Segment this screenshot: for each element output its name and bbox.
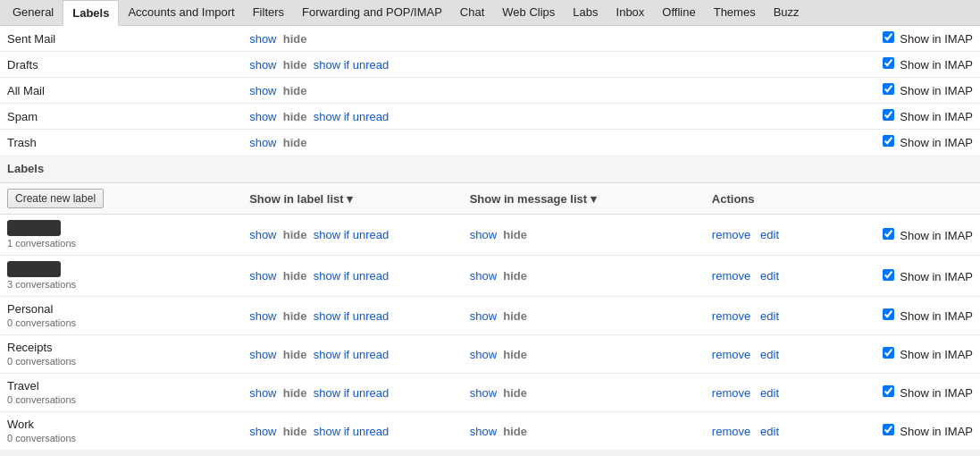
show-if-unread-link[interactable]: show if unread: [314, 110, 389, 123]
custom-label-name-cell: Personal 0 conversations: [0, 297, 242, 335]
custom-label-name-cell: 3 conversations: [0, 256, 242, 297]
system-label-remove-edit: [705, 26, 837, 52]
custom-label-remove-edit: remove edit: [705, 374, 837, 412]
system-label-name: All Mail: [0, 78, 242, 104]
hide-text: hide: [283, 425, 307, 438]
imap-label: Show in IMAP: [900, 32, 973, 46]
hide-text: hide: [283, 348, 307, 361]
hide-text: hide: [283, 110, 307, 123]
msg-show-link[interactable]: show: [470, 309, 497, 323]
nav-tab-buzz[interactable]: Buzz: [765, 0, 808, 25]
imap-checkbox[interactable]: [883, 347, 894, 359]
system-label-msg-col: [463, 130, 705, 156]
imap-label: Show in IMAP: [900, 425, 973, 438]
show-link[interactable]: show: [249, 110, 276, 123]
system-label-row: Sent Mail show hide Show in IMAP: [0, 26, 980, 52]
msg-show-link[interactable]: show: [470, 386, 497, 400]
remove-link[interactable]: remove: [712, 309, 750, 323]
system-label-row: Spam show hide show if unread Show in IM…: [0, 104, 980, 130]
edit-link[interactable]: edit: [760, 425, 779, 438]
show-link[interactable]: show: [249, 32, 276, 46]
remove-link[interactable]: remove: [712, 425, 750, 438]
system-label-imap: Show in IMAP: [837, 52, 980, 78]
hide-text: hide: [283, 386, 307, 400]
remove-link[interactable]: remove: [712, 269, 750, 283]
col-actions: Actions: [705, 183, 837, 215]
nav-tab-labels[interactable]: Labels: [63, 0, 119, 26]
show-if-unread-link[interactable]: show if unread: [314, 386, 389, 400]
custom-label-show-hide: show hide show if unread: [242, 374, 463, 412]
imap-checkbox[interactable]: [883, 424, 894, 435]
nav-tab-web-clips[interactable]: Web Clips: [493, 0, 564, 25]
labels-columns-header: Create new label Show in label list ▾ Sh…: [0, 183, 980, 215]
show-link[interactable]: show: [249, 309, 276, 323]
custom-label-row: 1 conversations show hide show if unread…: [0, 215, 980, 256]
custom-label-row: Travel 0 conversations show hide show if…: [0, 374, 980, 412]
show-if-unread-link[interactable]: show if unread: [314, 309, 389, 323]
edit-link[interactable]: edit: [760, 348, 779, 361]
custom-label-imap: Show in IMAP: [837, 412, 980, 451]
show-link[interactable]: show: [249, 425, 276, 438]
show-link[interactable]: show: [249, 228, 276, 241]
imap-checkbox[interactable]: [883, 385, 894, 397]
edit-link[interactable]: edit: [760, 309, 779, 323]
show-link[interactable]: show: [249, 386, 276, 400]
msg-show-link[interactable]: show: [470, 269, 497, 283]
custom-label-imap: Show in IMAP: [837, 256, 980, 297]
label-pill: [7, 261, 61, 277]
show-link[interactable]: show: [249, 84, 276, 97]
custom-label-imap: Show in IMAP: [837, 297, 980, 335]
hide-text: hide: [283, 136, 307, 149]
msg-show-link[interactable]: show: [470, 425, 497, 438]
imap-checkbox[interactable]: [883, 269, 894, 281]
custom-label-msg-show-hide: show hide: [463, 412, 705, 451]
label-name-text: Receipts: [7, 341, 53, 354]
system-label-imap: Show in IMAP: [837, 26, 980, 52]
nav-tab-filters[interactable]: Filters: [244, 0, 293, 25]
remove-link[interactable]: remove: [712, 228, 750, 241]
system-label-show-hide: show hide show if unread: [242, 104, 463, 130]
show-link[interactable]: show: [249, 348, 276, 361]
show-link[interactable]: show: [249, 269, 276, 283]
edit-link[interactable]: edit: [760, 269, 779, 283]
edit-link[interactable]: edit: [760, 386, 779, 400]
imap-checkbox[interactable]: [883, 31, 894, 43]
nav-tab-offline[interactable]: Offline: [653, 0, 704, 25]
show-link[interactable]: show: [249, 136, 276, 149]
msg-show-link[interactable]: show: [470, 348, 497, 361]
show-if-unread-link[interactable]: show if unread: [314, 425, 389, 438]
show-if-unread-link[interactable]: show if unread: [314, 269, 389, 283]
imap-checkbox[interactable]: [883, 109, 894, 121]
imap-label: Show in IMAP: [900, 348, 973, 361]
imap-checkbox[interactable]: [883, 228, 894, 240]
remove-link[interactable]: remove: [712, 386, 750, 400]
nav-tab-forwarding-and-pop/imap[interactable]: Forwarding and POP/IMAP: [293, 0, 451, 25]
system-label-show-hide: show hide: [242, 130, 463, 156]
imap-checkbox[interactable]: [883, 83, 894, 95]
system-label-msg-col: [463, 52, 705, 78]
nav-tab-labs[interactable]: Labs: [564, 0, 607, 25]
nav-tab-inbox[interactable]: Inbox: [607, 0, 654, 25]
remove-link[interactable]: remove: [712, 348, 750, 361]
show-if-unread-link[interactable]: show if unread: [314, 348, 389, 361]
imap-checkbox[interactable]: [883, 57, 894, 69]
custom-label-remove-edit: remove edit: [705, 335, 837, 374]
create-new-label-button[interactable]: Create new label: [7, 189, 104, 208]
msg-show-link[interactable]: show: [470, 228, 497, 241]
custom-label-name-cell: Work 0 conversations: [0, 412, 242, 451]
system-label-msg-col: [463, 26, 705, 52]
nav-tab-accounts-and-import[interactable]: Accounts and Import: [119, 0, 243, 25]
system-label-show-hide: show hide: [242, 26, 463, 52]
nav-tab-themes[interactable]: Themes: [705, 0, 765, 25]
custom-label-remove-edit: remove edit: [705, 297, 837, 335]
hide-text: hide: [283, 309, 307, 323]
label-name-text: Travel: [7, 379, 39, 393]
show-if-unread-link[interactable]: show if unread: [314, 228, 389, 241]
show-if-unread-link[interactable]: show if unread: [314, 58, 389, 72]
edit-link[interactable]: edit: [760, 228, 779, 241]
imap-checkbox[interactable]: [883, 308, 894, 320]
show-link[interactable]: show: [249, 58, 276, 72]
nav-tab-general[interactable]: General: [4, 0, 63, 25]
nav-tab-chat[interactable]: Chat: [451, 0, 493, 25]
imap-checkbox[interactable]: [883, 135, 894, 147]
